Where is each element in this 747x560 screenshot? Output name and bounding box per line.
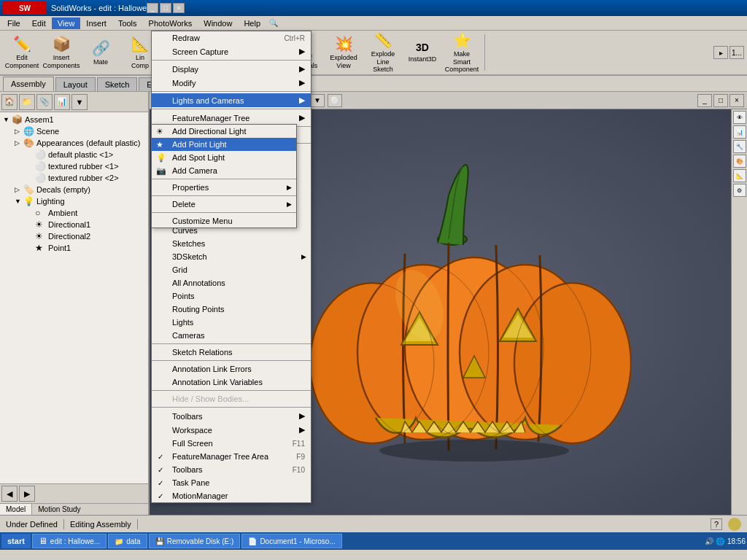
rs-btn-5[interactable]: 📐 [733, 169, 746, 182]
menu-lights-and-cameras[interactable]: Lights and Cameras ▶ [152, 93, 311, 107]
submenu-add-spot-light[interactable]: 💡 Add Spot Light [152, 151, 296, 164]
tab-sketch[interactable]: Sketch [97, 77, 138, 91]
featuremanager-btn-3[interactable]: 📎 [36, 94, 53, 110]
mate-button[interactable]: 🔗 Mate [82, 32, 120, 73]
scene-expand: ▷ [15, 128, 23, 135]
tree-ambient[interactable]: ○ Ambient [25, 207, 147, 219]
submenu-customize-menu[interactable]: Customize Menu [152, 214, 296, 228]
tree-appearances[interactable]: ▷ 🎨 Appearances (default plastic) [13, 137, 147, 149]
rs-btn-1[interactable]: 👁 [733, 111, 746, 124]
edit-component-button[interactable]: ✏️ EditComponent [3, 32, 41, 73]
help-button[interactable]: ? [711, 518, 722, 530]
menu-annotation-link-errors[interactable]: Annotation Link Errors [152, 362, 311, 376]
menu-toolbars[interactable]: Toolbars ▶ [152, 409, 311, 423]
menu-featuremanager-area[interactable]: ✓ FeatureManager Tree Area F9 [152, 450, 311, 463]
tab-assembly[interactable]: Assembly [3, 77, 54, 91]
instant3d-button[interactable]: 3D Instant3D [403, 32, 441, 73]
featuremanager-btn-2[interactable]: 📁 [19, 94, 35, 110]
menu-display[interactable]: Display ▶ [152, 62, 311, 76]
tree-lighting[interactable]: ▼ 💡 Lighting [13, 195, 147, 207]
submenu-add-point-light[interactable]: ★ Add Point Light [152, 138, 296, 151]
status-sep-1 [63, 519, 64, 529]
featuremanager-btn-5[interactable]: ▼ [71, 94, 88, 110]
vp-maximize[interactable]: □ [713, 94, 728, 107]
vp-btn-11[interactable]: ⚪ [328, 94, 342, 107]
tree-nav-left[interactable]: ◀ [1, 486, 18, 502]
insert-components-button[interactable]: 📦 InsertComponents [42, 32, 80, 73]
taskbar-item-removable[interactable]: 💾Removable Disk (E:) [149, 534, 241, 548]
rs-btn-6[interactable]: ⚙ [733, 184, 746, 197]
menu-annotation-link-variables[interactable]: Annotation Link Variables [152, 376, 311, 389]
tree-nav-right[interactable]: ▶ [19, 486, 35, 502]
toolbar-extra-2[interactable]: 1... [729, 46, 744, 59]
tree-decals[interactable]: ▷ 🏷️ Decals (empty) [13, 184, 147, 195]
tab-layout[interactable]: Layout [55, 77, 96, 91]
menu-edit[interactable]: Edit [26, 18, 52, 29]
menu-sketch-relations[interactable]: Sketch Relations [152, 346, 311, 359]
rs-btn-2[interactable]: 📊 [733, 125, 746, 139]
sep9 [152, 407, 311, 408]
menu-cameras[interactable]: Cameras [152, 329, 311, 342]
tree-root[interactable]: ▼ 📦 Assem1 [1, 114, 147, 125]
motion-study-tab[interactable]: Motion Study [32, 504, 86, 515]
menu-motionmanager[interactable]: ✓ MotionManager [152, 489, 311, 502]
menu-grid[interactable]: Grid [152, 263, 311, 276]
tree-scene[interactable]: ▷ 🌐 Scene [13, 125, 147, 137]
toolbar-extra-1[interactable]: ▸ [713, 46, 728, 59]
menu-routing-points[interactable]: Routing Points [152, 303, 311, 316]
maximize-button[interactable]: □ [160, 3, 171, 13]
close-button[interactable]: × [173, 3, 185, 13]
explode-line-sketch-button[interactable]: 📏 ExplodeLineSketch [364, 32, 402, 73]
tree-directional1[interactable]: ☀ Directional1 [25, 219, 147, 230]
menu-view[interactable]: View [52, 18, 81, 29]
statusbar: Under Defined Editing Assembly ? [0, 515, 747, 532]
minimize-button[interactable]: _ [147, 3, 158, 13]
vp-btn-10[interactable]: ▼ [310, 94, 325, 107]
sep2 [152, 91, 311, 92]
submenu-delete[interactable]: Delete [152, 198, 296, 211]
taskbar-item-document[interactable]: 📄Document1 - Microso... [241, 534, 341, 548]
tree-default-plastic-1[interactable]: ⚪ default plastic <1> [25, 149, 147, 160]
menu-hide-show-bodies: Hide / Show Bodies... [152, 392, 311, 405]
exploded-view-button[interactable]: 💥 ExplodedView [325, 32, 363, 73]
menu-all-annotations[interactable]: All Annotations [152, 276, 311, 289]
model-tab[interactable]: Model [0, 504, 32, 515]
menu-toolbars-f10[interactable]: ✓ Toolbars F10 [152, 463, 311, 476]
featuremanager-btn-1[interactable]: 🏠 [1, 94, 18, 110]
menu-window[interactable]: Window [198, 18, 238, 29]
submenu-add-directional-light[interactable]: ☀ Add Directional Light [152, 125, 296, 138]
menu-full-screen[interactable]: Full Screen F11 [152, 437, 311, 450]
menu-lights[interactable]: Lights [152, 316, 311, 329]
menu-3dsketch[interactable]: 3DSketch [152, 250, 311, 263]
submenu-add-camera[interactable]: 📷 Add Camera [152, 164, 296, 177]
tree-point1[interactable]: ★ Point1 [25, 242, 147, 254]
menu-redraw[interactable]: Redraw Ctrl+R [152, 31, 311, 44]
submenu-properties[interactable]: Properties [152, 181, 296, 194]
taskbar-item-data[interactable]: 📁data [108, 534, 147, 548]
menu-modify[interactable]: Modify ▶ [152, 76, 311, 90]
rs-btn-3[interactable]: 🔧 [733, 140, 746, 153]
lin-comp-icon: 📐 [131, 35, 150, 52]
tree-directional2[interactable]: ☀ Directional2 [25, 230, 147, 242]
rs-btn-4[interactable]: 🎨 [733, 155, 746, 168]
vp-close[interactable]: × [729, 94, 744, 107]
featuremanager-btn-4[interactable]: 📊 [54, 94, 70, 110]
menu-insert[interactable]: Insert [80, 18, 112, 29]
make-smart-component-button[interactable]: ⭐ MakeSmartComponent [443, 32, 481, 73]
menu-task-pane[interactable]: ✓ Task Pane [152, 476, 311, 489]
menu-workspace[interactable]: Workspace ▶ [152, 423, 311, 437]
menu-photoworks[interactable]: PhotoWorks [143, 18, 198, 29]
menu-points[interactable]: Points [152, 289, 311, 303]
menu-featuremanager-tree[interactable]: FeatureManager Tree ▶ [152, 111, 311, 125]
tree-textured-rubber-2[interactable]: ⚪ textured rubber <2> [25, 172, 147, 184]
vp-minimize[interactable]: _ [697, 94, 712, 107]
root-label: Assem1 [25, 115, 54, 124]
start-button[interactable]: start [1, 534, 31, 548]
menu-sketches[interactable]: Sketches [152, 237, 311, 250]
menu-file[interactable]: File [1, 18, 26, 29]
tree-textured-rubber-1[interactable]: ⚪ textured rubber <1> [25, 160, 147, 172]
menu-tools[interactable]: Tools [112, 18, 143, 29]
taskbar-item-edit[interactable]: 🖥edit : Hallowe... [32, 534, 107, 548]
menu-help[interactable]: Help [238, 18, 266, 29]
menu-screen-capture[interactable]: Screen Capture ▶ [152, 44, 311, 58]
